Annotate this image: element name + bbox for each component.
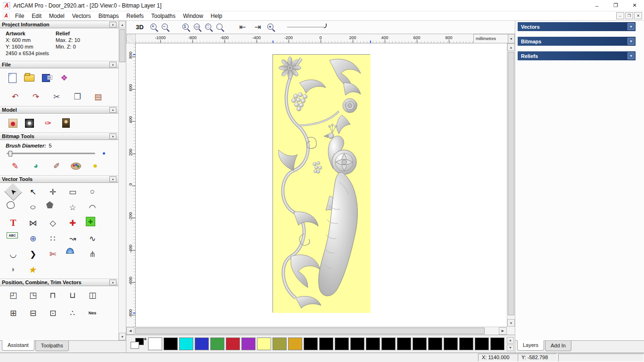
scroll-up-button[interactable]: ▲ <box>119 21 126 28</box>
zoom-back-icon[interactable]: ◂ <box>266 23 276 32</box>
align-center-icon[interactable]: ◫ <box>86 289 99 301</box>
scatter-vectors-icon[interactable]: ∴ <box>66 307 79 319</box>
open-model-icon[interactable] <box>24 74 34 82</box>
branch-tool-icon[interactable]: ⋔ <box>86 248 99 260</box>
select-vectors-icon[interactable]: ➤ <box>4 183 22 201</box>
mirror-vectors-icon[interactable]: ⋈ <box>26 217 40 229</box>
document-restore-button[interactable]: ❐ <box>625 12 633 19</box>
align-bottom-icon[interactable]: ⊔ <box>66 289 79 301</box>
green-cross-tool-icon[interactable]: ✚ <box>86 217 95 226</box>
palette-swatch-9[interactable] <box>288 337 302 350</box>
wrap-vectors-icon[interactable]: ◗ <box>7 263 20 276</box>
2d-view-canvas[interactable] <box>136 43 507 327</box>
palette-swatch-10[interactable] <box>304 337 318 350</box>
palette-swatch-1[interactable] <box>164 337 178 350</box>
scrollbar-thumb[interactable] <box>508 52 514 315</box>
primary-secondary-colour-swatch[interactable]: ◉ <box>129 337 148 351</box>
collapse-section-button[interactable]: ▲ <box>109 176 116 182</box>
paint-selective-icon[interactable]: ◕ <box>29 160 42 172</box>
scrollbar-thumb[interactable] <box>135 328 485 334</box>
ruler-units[interactable]: millimetres ▼ <box>473 34 515 43</box>
scroll-up-button[interactable]: ▲ <box>507 43 515 51</box>
zoom-fit-objects-icon[interactable]: □ <box>204 23 214 32</box>
chevron-down-icon[interactable]: ▼ <box>508 34 514 43</box>
palette-swatch-17[interactable] <box>413 337 427 350</box>
vector-direction-icon[interactable]: ❯ <box>26 248 40 260</box>
collapse-section-button[interactable]: ▲ <box>109 22 116 27</box>
vector-texture-icon[interactable]: ★ <box>25 263 41 276</box>
menu-reliefs[interactable]: Reliefs <box>123 12 148 20</box>
tab-assistant[interactable]: Assistant <box>2 340 34 351</box>
canvas-horizontal-scrollbar[interactable]: ◀ ▶ <box>126 327 507 335</box>
canvas-vertical-scrollbar[interactable]: ▲ ▼ <box>507 43 515 327</box>
palette-swatch-5[interactable] <box>226 337 240 350</box>
intersect-vectors-icon[interactable]: ⊡ <box>46 307 59 319</box>
menu-model[interactable]: Model <box>45 12 68 20</box>
chevron-down-icon[interactable]: ▼ <box>627 52 635 59</box>
palette-swatch-8[interactable] <box>272 337 287 350</box>
scroll-right-button[interactable]: ▶ <box>499 327 507 335</box>
text-in-box-icon[interactable]: ABC <box>7 232 18 239</box>
assistant-scrollbar[interactable]: ▲ ▼ <box>118 21 126 340</box>
scroll-down-button[interactable]: ▼ <box>507 319 515 327</box>
create-text-icon[interactable]: T <box>7 217 20 229</box>
menu-help[interactable]: Help <box>207 12 226 20</box>
load-image-icon[interactable] <box>62 118 70 128</box>
restore-button[interactable]: ❐ <box>606 0 625 11</box>
relief-from-image-icon[interactable] <box>8 119 17 128</box>
zoom-in-icon[interactable]: + <box>149 23 159 32</box>
palette-swatch-21[interactable] <box>475 337 489 350</box>
scrollbar-track[interactable] <box>134 327 499 335</box>
block-copy-icon[interactable]: ∷ <box>46 232 59 245</box>
create-circle-icon[interactable]: ○ <box>86 186 99 198</box>
relief-artwork[interactable] <box>272 54 370 313</box>
nesting-icon[interactable]: Nes <box>86 307 99 319</box>
close-button[interactable]: ✕ <box>625 0 644 11</box>
redo-icon[interactable]: ↷ <box>29 90 42 103</box>
align-left-icon[interactable]: ◰ <box>7 289 20 301</box>
create-polygon-icon[interactable] <box>46 201 53 208</box>
collapse-section-button[interactable]: ▲ <box>109 133 116 139</box>
save-model-icon[interactable] <box>42 74 50 82</box>
menu-window[interactable]: Window <box>179 12 207 20</box>
chevron-down-icon[interactable]: ▼ <box>627 38 635 45</box>
palette-swatch-13[interactable] <box>350 337 364 350</box>
align-top-icon[interactable]: ⊓ <box>46 289 59 301</box>
palette-swatch-20[interactable] <box>459 337 473 350</box>
previous-view-icon[interactable]: ⇤ <box>236 21 249 33</box>
collapse-section-button[interactable]: ▲ <box>109 62 116 67</box>
colour-palette-icon[interactable] <box>71 163 81 170</box>
palette-swatch-15[interactable] <box>381 337 396 350</box>
zoom-1-to-1-icon[interactable]: 1 <box>182 23 191 32</box>
create-rectangle-icon[interactable]: ▭ <box>66 186 79 198</box>
collapse-section-button[interactable]: ▲ <box>109 280 116 285</box>
new-model-icon[interactable] <box>8 73 17 83</box>
palette-swatch-16[interactable] <box>397 337 411 350</box>
document-minimize-button[interactable]: – <box>616 12 624 19</box>
palette-swatch-3[interactable] <box>195 337 209 350</box>
tab-add-in[interactable]: Add In <box>545 341 571 351</box>
chevron-down-icon[interactable]: ▼ <box>627 23 635 30</box>
offset-vectors-icon[interactable]: ◇ <box>46 217 59 229</box>
palette-swatch-14[interactable] <box>366 337 380 350</box>
smooth-relief-icon[interactable]: ✑ <box>41 117 55 129</box>
palette-swatch-11[interactable] <box>319 337 333 350</box>
next-view-icon[interactable]: ⇥ <box>251 21 264 33</box>
create-star-icon[interactable]: ☆ <box>66 201 79 214</box>
align-right-icon[interactable]: ◳ <box>26 289 40 301</box>
palette-swatch-6[interactable] <box>241 337 256 350</box>
palette-scroll-down-button[interactable]: ▼ <box>507 345 514 351</box>
toolbar-slider[interactable] <box>287 26 327 28</box>
palette-scroll-up-button[interactable]: ▲ <box>507 337 514 344</box>
scrollbar-track[interactable] <box>507 51 515 319</box>
scroll-left-button[interactable]: ◀ <box>126 327 134 335</box>
brush-diameter-slider[interactable] <box>7 153 95 154</box>
collapse-section-button[interactable]: ▲ <box>109 107 116 113</box>
trim-vectors-icon[interactable]: ✄ <box>46 248 59 260</box>
minimize-button[interactable]: – <box>587 0 606 11</box>
document-close-button[interactable]: ✕ <box>634 12 642 19</box>
menu-file[interactable]: File <box>11 12 28 20</box>
menu-edit[interactable]: Edit <box>28 12 45 20</box>
wrap-text-sphere-icon[interactable]: ⊕ <box>26 232 40 245</box>
zoom-out-icon[interactable]: − <box>161 23 170 32</box>
